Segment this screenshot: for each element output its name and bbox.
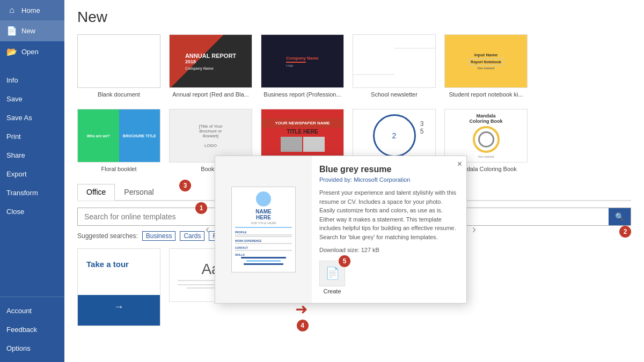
resume-popup-thumb: NAMEHERE JOB TITLE HERE PROFILE WORK EXP… bbox=[231, 187, 296, 272]
rp-text1 bbox=[235, 234, 292, 235]
tab-office[interactable]: Office bbox=[77, 184, 115, 201]
popup-next-button[interactable]: › bbox=[472, 223, 476, 237]
tab-personal[interactable]: Personal bbox=[115, 184, 163, 200]
business-label: Business report (Profession... bbox=[264, 91, 341, 98]
sidebar: ⌂ Home 📄 New 📂 Open Info Save Save As Pr… bbox=[0, 0, 64, 362]
rp-bar1 bbox=[241, 257, 287, 258]
rp-text2 bbox=[235, 236, 292, 237]
sidebar-label-transform: Transform bbox=[6, 189, 38, 197]
student-content: Input Name Report Notebook Get started bbox=[467, 50, 505, 72]
rp-section1: PROFILE bbox=[235, 231, 247, 234]
booklet-thumb: [Title of YourBrochure orBooklet]LOGO bbox=[169, 109, 252, 162]
rp-name: NAMEHERE bbox=[255, 209, 271, 220]
template-card-floral[interactable]: Who are we? BROCHURE TITLE Floral bookle… bbox=[77, 109, 160, 173]
template-card-school[interactable]: School newsletter bbox=[353, 34, 436, 98]
sidebar-bottom: Account Feedback Options bbox=[0, 297, 64, 362]
sidebar-label-share: Share bbox=[6, 151, 25, 159]
sidebar-label-export: Export bbox=[6, 170, 27, 178]
sidebar-label-save: Save bbox=[6, 95, 23, 103]
blank-label: Blank document bbox=[98, 91, 140, 98]
floral-thumb: Who are we? BROCHURE TITLE bbox=[77, 109, 160, 162]
page-title: New bbox=[77, 9, 631, 26]
template-grid-row1: Blank document ANNUAL REPORT 2018 Compan… bbox=[77, 34, 631, 98]
floral-label: Floral booklet bbox=[101, 165, 136, 173]
rp-text4 bbox=[235, 250, 292, 251]
suggested-business[interactable]: Business bbox=[142, 231, 176, 241]
sidebar-label-new: New bbox=[21, 27, 35, 35]
popup-download-size: Download size: 127 kB bbox=[319, 247, 459, 253]
sidebar-top: ⌂ Home 📄 New 📂 Open Info Save Save As Pr… bbox=[0, 0, 64, 297]
sidebar-item-close[interactable]: Close bbox=[0, 202, 64, 221]
sidebar-label-close: Close bbox=[6, 208, 24, 216]
annual-label: Annual report (Red and Bla... bbox=[172, 91, 248, 98]
template-card-blank[interactable]: Blank document bbox=[77, 34, 160, 98]
circle-thumb: 2 35 bbox=[353, 109, 436, 162]
sidebar-item-save[interactable]: Save bbox=[0, 90, 64, 108]
create-label: Create bbox=[323, 288, 341, 294]
sidebar-label-feedback: Feedback bbox=[6, 326, 37, 334]
home-icon: ⌂ bbox=[6, 5, 17, 15]
school-thumb bbox=[353, 34, 436, 88]
sidebar-item-feedback[interactable]: Feedback bbox=[0, 320, 64, 339]
sidebar-label-saveas: Save As bbox=[6, 114, 32, 122]
sidebar-item-home[interactable]: ⌂ Home bbox=[0, 0, 64, 20]
sidebar-label-options: Options bbox=[6, 344, 31, 352]
search-button[interactable]: 🔍 bbox=[609, 208, 631, 225]
tour-arrow-icon: → bbox=[109, 298, 129, 317]
popup-prev-button[interactable]: ‹ bbox=[206, 223, 209, 237]
template-card-student[interactable]: Input Name Report Notebook Get started S… bbox=[444, 34, 528, 98]
sidebar-item-open[interactable]: 📂 Open bbox=[0, 41, 64, 62]
sidebar-item-export[interactable]: Export bbox=[0, 165, 64, 183]
booklet-content: [Title of YourBrochure orBooklet]LOGO bbox=[199, 124, 222, 148]
rp-text3 bbox=[235, 243, 292, 244]
suggested-label: Suggested searches: bbox=[77, 232, 138, 240]
rp-divider bbox=[235, 227, 292, 228]
popup-description: Present your experience and talent styli… bbox=[319, 188, 459, 241]
school-label: School newsletter bbox=[371, 91, 418, 98]
sidebar-label-info: Info bbox=[6, 76, 18, 84]
lifestyle-thumb: YOUR NEWSPAPER NAME TITLE HERE bbox=[261, 109, 344, 162]
sidebar-label-home: Home bbox=[21, 6, 40, 14]
popup-provider: Provided by: Microsoft Corporation bbox=[319, 176, 459, 183]
template-card-business[interactable]: Company Name Logo Business report (Profe… bbox=[261, 34, 344, 98]
new-icon: 📄 bbox=[6, 26, 17, 36]
rp-photo-circle bbox=[256, 191, 271, 206]
popup-preview-pane: NAMEHERE JOB TITLE HERE PROFILE WORK EXP… bbox=[215, 156, 312, 303]
popup-title: Blue grey resume bbox=[319, 165, 459, 174]
suggested-cards[interactable]: Cards bbox=[180, 231, 204, 241]
search-badge-2: 2 bbox=[619, 226, 631, 238]
sidebar-item-print[interactable]: Print bbox=[0, 127, 64, 146]
badge-5: 5 bbox=[339, 255, 350, 267]
annual-thumb: ANNUAL REPORT 2018 Company Name bbox=[169, 34, 252, 88]
sidebar-label-account: Account bbox=[6, 307, 32, 315]
badge-4: 4 bbox=[297, 320, 309, 331]
sidebar-label-print: Print bbox=[6, 132, 21, 141]
sidebar-item-info[interactable]: Info bbox=[0, 71, 64, 90]
blank-thumb bbox=[77, 34, 160, 88]
rp-section2: WORK EXPERIENCE bbox=[235, 239, 261, 242]
sidebar-item-transform[interactable]: Transform bbox=[0, 183, 64, 202]
student-label: Student report notebook ki... bbox=[449, 91, 523, 98]
popup-info-pane: × Blue grey resume Provided by: Microsof… bbox=[312, 156, 466, 303]
sidebar-item-new[interactable]: 📄 New bbox=[0, 20, 64, 41]
mandala-thumb: MandalaColoring Book Get started bbox=[444, 109, 528, 162]
main-content: New Blank document ANNUAL REPORT 2018 Co… bbox=[64, 0, 644, 362]
tour-card[interactable]: Take a tour → bbox=[77, 248, 160, 326]
rp-section3: CONTACT bbox=[235, 246, 248, 249]
popup-close-button[interactable]: × bbox=[457, 159, 462, 169]
rp-bar3 bbox=[244, 263, 283, 265]
sidebar-item-options[interactable]: Options bbox=[0, 339, 64, 358]
sidebar-item-saveas[interactable]: Save As bbox=[0, 108, 64, 127]
annual-content: ANNUAL REPORT 2018 Company Name bbox=[181, 48, 240, 75]
sidebar-item-share[interactable]: Share bbox=[0, 146, 64, 165]
rp-job: JOB TITLE HERE bbox=[251, 221, 276, 225]
business-thumb: Company Name Logo bbox=[261, 34, 344, 88]
student-thumb: Input Name Report Notebook Get started bbox=[444, 34, 528, 88]
sidebar-item-account[interactable]: Account bbox=[0, 301, 64, 320]
sidebar-label-open: Open bbox=[21, 48, 39, 56]
template-card-annual[interactable]: ANNUAL REPORT 2018 Company Name Annual r… bbox=[169, 34, 252, 98]
search-badge-1: 1 bbox=[195, 202, 207, 214]
open-icon: 📂 bbox=[6, 47, 17, 57]
tour-text: Take a tour bbox=[86, 260, 129, 269]
rp-bar2 bbox=[246, 260, 281, 262]
